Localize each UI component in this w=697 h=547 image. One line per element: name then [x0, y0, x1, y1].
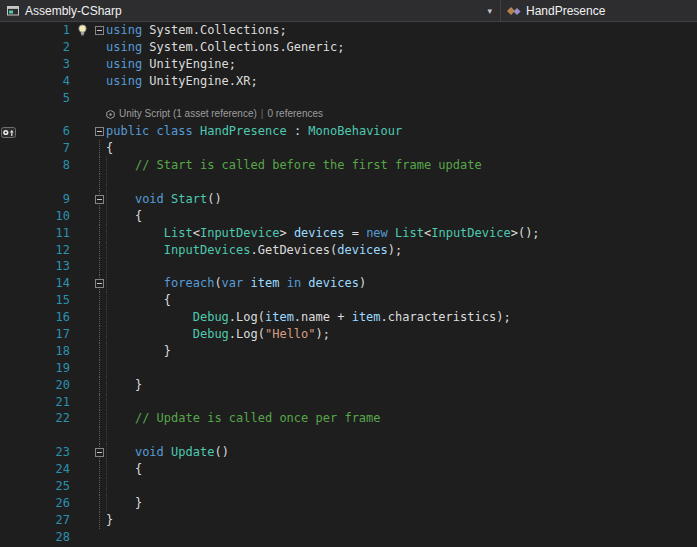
code-text[interactable]: using System.Collections.Generic; [106, 39, 697, 56]
line-number[interactable]: 25 [20, 478, 76, 495]
code-text[interactable] [106, 360, 697, 377]
glyph-margin[interactable] [0, 292, 20, 309]
line-number[interactable] [20, 106, 76, 123]
glyph-margin[interactable] [0, 242, 20, 259]
glyph-margin[interactable] [0, 377, 20, 394]
line-number[interactable]: 5 [20, 90, 76, 107]
glyph-margin[interactable] [0, 360, 20, 377]
code-text[interactable] [106, 529, 697, 546]
glyph-margin[interactable] [0, 495, 20, 512]
glyph-margin[interactable] [0, 444, 20, 461]
code-text[interactable]: void Update() [106, 444, 697, 461]
glyph-margin[interactable] [0, 529, 20, 546]
code-text[interactable]: } [106, 512, 697, 529]
line-number[interactable]: 18 [20, 343, 76, 360]
glyph-margin[interactable] [0, 123, 20, 140]
line-number[interactable]: 4 [20, 73, 76, 90]
code-text[interactable]: { [106, 208, 697, 225]
glyph-margin[interactable] [0, 225, 20, 242]
line-number[interactable]: 13 [20, 258, 76, 275]
glyph-margin[interactable] [0, 427, 20, 444]
line-number[interactable]: 24 [20, 461, 76, 478]
glyph-margin[interactable] [0, 275, 20, 292]
glyph-margin[interactable] [0, 208, 20, 225]
line-number[interactable]: 19 [20, 360, 76, 377]
line-number[interactable]: 12 [20, 242, 76, 259]
glyph-margin[interactable] [0, 174, 20, 191]
line-number[interactable]: 8 [20, 157, 76, 174]
code-text[interactable]: foreach(var item in devices) [106, 275, 697, 292]
code-text[interactable]: { [106, 140, 697, 157]
code-text[interactable]: { [106, 292, 697, 309]
fold-toggle[interactable] [95, 279, 104, 288]
line-number[interactable]: 1 [20, 22, 76, 39]
fold-toggle[interactable] [95, 448, 104, 457]
line-number[interactable]: 6 [20, 123, 76, 140]
glyph-margin[interactable] [0, 39, 20, 56]
code-text[interactable]: Debug.Log(item.name + item.characteristi… [106, 309, 697, 326]
code-text[interactable]: { [106, 461, 697, 478]
glyph-margin[interactable] [0, 309, 20, 326]
code-text[interactable]: void Start() [106, 191, 697, 208]
code-text[interactable]: using System.Collections; [106, 22, 697, 39]
line-number[interactable]: 17 [20, 326, 76, 343]
codelens-label[interactable]: Unity Script (1 asset reference) [119, 106, 257, 123]
glyph-margin[interactable] [0, 56, 20, 73]
line-number[interactable]: 2 [20, 39, 76, 56]
code-text[interactable] [106, 258, 697, 275]
line-number[interactable] [20, 174, 76, 191]
fold-toggle[interactable] [95, 195, 104, 204]
line-number[interactable]: 14 [20, 275, 76, 292]
line-number[interactable]: 3 [20, 56, 76, 73]
line-number[interactable]: 23 [20, 444, 76, 461]
line-number[interactable]: 10 [20, 208, 76, 225]
glyph-margin[interactable] [0, 461, 20, 478]
line-number[interactable]: 28 [20, 529, 76, 546]
fold-toggle[interactable] [95, 127, 104, 136]
line-number[interactable]: 26 [20, 495, 76, 512]
code-text[interactable]: // Start is called before the first fram… [106, 157, 697, 174]
glyph-margin[interactable] [0, 191, 20, 208]
line-number[interactable]: 9 [20, 191, 76, 208]
glyph-margin[interactable] [0, 326, 20, 343]
glyph-margin[interactable] [0, 410, 20, 427]
glyph-margin[interactable] [0, 106, 20, 123]
code-text[interactable]: using UnityEngine; [106, 56, 697, 73]
glyph-margin[interactable] [0, 90, 20, 107]
glyph-margin[interactable] [0, 22, 20, 39]
code-text[interactable]: } [106, 377, 697, 394]
code-text[interactable]: using UnityEngine.XR; [106, 73, 697, 90]
glyph-margin[interactable] [0, 140, 20, 157]
code-text[interactable]: InputDevices.GetDevices(devices); [106, 242, 697, 259]
line-number[interactable]: 22 [20, 410, 76, 427]
code-text[interactable] [106, 394, 697, 411]
line-number[interactable]: 11 [20, 225, 76, 242]
code-text[interactable]: public class HandPresence : MonoBehaviou… [106, 123, 697, 140]
glyph-margin[interactable] [0, 73, 20, 90]
code-text[interactable]: } [106, 343, 697, 360]
line-number[interactable]: 16 [20, 309, 76, 326]
glyph-margin[interactable] [0, 258, 20, 275]
member-dropdown[interactable]: HandPresence [500, 0, 697, 21]
glyph-margin[interactable] [0, 478, 20, 495]
code-text[interactable] [106, 90, 697, 107]
line-number[interactable]: 27 [20, 512, 76, 529]
code-text[interactable]: // Update is called once per frame [106, 410, 697, 427]
codelens-references[interactable]: 0 references [267, 106, 323, 123]
glyph-margin[interactable] [0, 394, 20, 411]
project-dropdown[interactable]: Assembly-CSharp ▾ [0, 0, 500, 21]
fold-toggle[interactable] [95, 26, 104, 35]
code-text[interactable]: List<InputDevice> devices = new List<Inp… [106, 225, 697, 242]
code-text[interactable] [106, 478, 697, 495]
glyph-margin[interactable] [0, 343, 20, 360]
line-number[interactable] [20, 427, 76, 444]
line-number[interactable]: 15 [20, 292, 76, 309]
line-number[interactable]: 7 [20, 140, 76, 157]
line-number[interactable]: 21 [20, 394, 76, 411]
line-number[interactable]: 20 [20, 377, 76, 394]
code-text[interactable]: } [106, 495, 697, 512]
glyph-margin[interactable] [0, 512, 20, 529]
glyph-margin[interactable] [0, 157, 20, 174]
code-text[interactable]: Debug.Log("Hello"); [106, 326, 697, 343]
token-ty: InputDevices [164, 243, 251, 257]
